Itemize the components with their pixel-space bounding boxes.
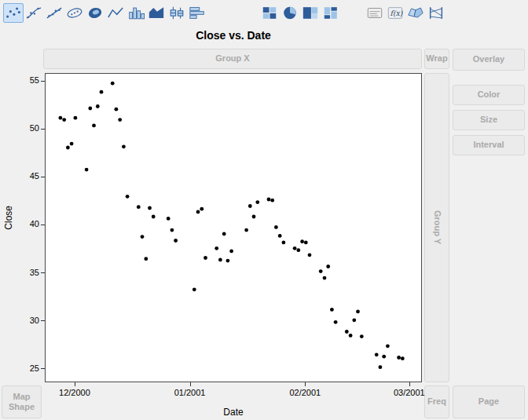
data-point[interactable] <box>170 228 174 232</box>
data-point[interactable] <box>167 217 170 221</box>
data-point[interactable] <box>74 116 78 120</box>
drop-zone-group-x-label: Group X <box>215 53 249 64</box>
drop-zone-color[interactable]: Color <box>453 85 525 105</box>
x-axis-title: Date <box>45 407 422 418</box>
data-point[interactable] <box>379 365 383 369</box>
tool-smoother-button[interactable] <box>24 3 44 23</box>
data-point[interactable] <box>144 257 148 261</box>
data-point[interactable] <box>326 265 330 268</box>
data-point[interactable] <box>214 247 218 250</box>
data-point[interactable] <box>148 206 152 210</box>
data-point[interactable] <box>375 352 379 356</box>
drop-zone-group-y[interactable]: Group Y <box>424 73 449 382</box>
data-point[interactable] <box>319 269 323 273</box>
tool-contour-button[interactable] <box>85 3 105 23</box>
tool-points-button[interactable] <box>3 3 24 23</box>
data-point[interactable] <box>308 253 312 257</box>
data-point[interactable] <box>267 198 271 202</box>
drop-zone-size[interactable]: Size <box>453 110 525 130</box>
graph-builder-window: f(x) Close vs. Date Group X Wrap Overlay… <box>0 0 528 420</box>
data-point[interactable] <box>293 247 297 250</box>
data-point[interactable] <box>141 235 145 239</box>
data-point[interactable] <box>386 344 390 348</box>
data-point[interactable] <box>174 239 178 243</box>
data-point[interactable] <box>252 215 256 219</box>
data-point[interactable] <box>70 142 74 146</box>
data-point[interactable] <box>282 241 286 245</box>
data-point[interactable] <box>100 90 104 94</box>
drop-zone-color-label: Color <box>478 89 500 100</box>
data-point[interactable] <box>126 195 130 199</box>
data-point[interactable] <box>360 334 364 338</box>
data-point[interactable] <box>59 116 63 120</box>
tool-treemap-button[interactable] <box>300 3 321 23</box>
data-point[interactable] <box>222 232 226 236</box>
tool-area-button[interactable] <box>146 3 167 23</box>
data-point[interactable] <box>204 256 207 260</box>
data-point[interactable] <box>118 118 122 122</box>
tool-line-button[interactable] <box>105 3 126 23</box>
data-point[interactable] <box>115 108 119 111</box>
tool-box-plot-button[interactable] <box>167 3 187 23</box>
data-point[interactable] <box>255 200 259 204</box>
data-point[interactable] <box>274 225 278 229</box>
data-point[interactable] <box>226 259 230 263</box>
drop-zone-group-x[interactable]: Group X <box>43 49 422 69</box>
data-point[interactable] <box>330 308 334 312</box>
data-point[interactable] <box>397 356 401 360</box>
data-point[interactable] <box>92 124 96 128</box>
data-point[interactable] <box>88 107 92 111</box>
data-point[interactable] <box>152 215 156 219</box>
tool-heatmap-button[interactable] <box>259 3 280 23</box>
data-point[interactable] <box>345 330 349 334</box>
data-point[interactable] <box>401 356 405 360</box>
data-point[interactable] <box>334 320 338 324</box>
graph-title: Close vs. Date <box>0 29 467 42</box>
data-point[interactable] <box>196 210 200 214</box>
tool-mosaic-button[interactable] <box>321 3 341 23</box>
data-point[interactable] <box>382 355 386 359</box>
tool-pie-button[interactable] <box>280 3 300 23</box>
data-point[interactable] <box>278 234 282 238</box>
data-point[interactable] <box>111 82 115 86</box>
data-point[interactable] <box>229 250 233 254</box>
data-point[interactable] <box>248 204 252 208</box>
data-point[interactable] <box>62 118 66 122</box>
data-point[interactable] <box>218 258 222 262</box>
drop-zone-page[interactable]: Page <box>453 385 525 418</box>
data-point[interactable] <box>96 104 100 108</box>
data-point[interactable] <box>244 228 248 232</box>
drop-zone-wrap[interactable]: Wrap <box>424 49 449 69</box>
drop-zone-interval[interactable]: Interval <box>453 135 525 155</box>
data-point[interactable] <box>270 199 274 203</box>
drop-zone-freq[interactable]: Freq <box>424 385 449 418</box>
drop-zone-overlay[interactable]: Overlay <box>453 49 525 71</box>
tool-formula-button[interactable]: f(x) <box>385 3 405 23</box>
tool-caption-box-button[interactable] <box>365 3 385 23</box>
data-point[interactable] <box>349 334 353 338</box>
data-point[interactable] <box>304 241 308 245</box>
tool-parallel-plot-button[interactable] <box>426 3 446 23</box>
tool-bar-button[interactable] <box>126 3 146 23</box>
data-point[interactable] <box>85 168 89 172</box>
plot-area[interactable] <box>45 73 422 382</box>
tool-histogram-button[interactable] <box>187 3 207 23</box>
tool-ellipse-button[interactable] <box>64 3 85 23</box>
data-point[interactable] <box>300 239 304 243</box>
data-point[interactable] <box>356 310 360 314</box>
drop-zone-map-shape[interactable]: Map Shape <box>2 385 42 418</box>
data-point[interactable] <box>323 276 327 280</box>
data-point[interactable] <box>296 248 300 252</box>
data-point[interactable] <box>66 146 70 150</box>
data-point[interactable] <box>192 287 196 291</box>
tool-line-of-fit-button[interactable] <box>44 3 64 23</box>
data-point[interactable] <box>352 318 356 322</box>
area-icon <box>148 5 165 20</box>
data-point[interactable] <box>200 207 204 211</box>
treemap-icon <box>302 5 319 20</box>
y-tick-label: 30 <box>16 316 39 325</box>
data-point[interactable] <box>137 205 141 209</box>
tool-map-shapes-button[interactable] <box>405 3 426 23</box>
map-shapes-icon <box>407 5 424 20</box>
data-point[interactable] <box>122 144 126 148</box>
